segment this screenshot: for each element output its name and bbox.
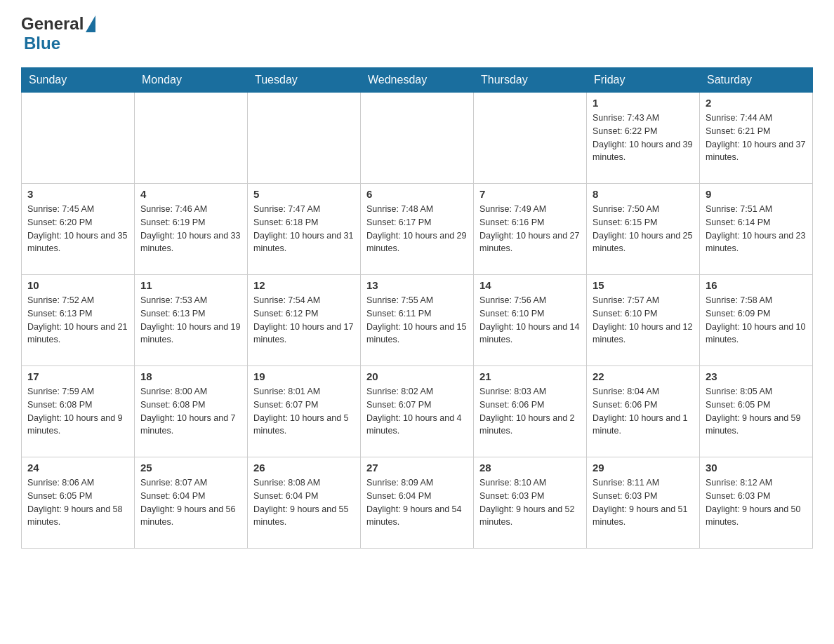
day-number: 3 [27, 188, 128, 200]
logo: General Blue [21, 14, 95, 53]
calendar-cell: 3Sunrise: 7:45 AMSunset: 6:20 PMDaylight… [22, 184, 135, 275]
header-monday: Monday [135, 68, 248, 93]
day-number: 7 [479, 188, 581, 200]
page-header: General Blue [21, 14, 813, 53]
calendar-cell: 27Sunrise: 8:09 AMSunset: 6:04 PMDayligh… [361, 457, 474, 549]
weekday-header-row: Sunday Monday Tuesday Wednesday Thursday… [22, 68, 813, 93]
calendar-cell [248, 93, 361, 184]
day-info: Sunrise: 7:45 AMSunset: 6:20 PMDaylight:… [27, 203, 128, 255]
header-sunday: Sunday [22, 68, 135, 93]
day-info: Sunrise: 7:48 AMSunset: 6:17 PMDaylight:… [366, 203, 468, 255]
calendar-cell: 20Sunrise: 8:02 AMSunset: 6:07 PMDayligh… [361, 366, 474, 457]
calendar-cell: 6Sunrise: 7:48 AMSunset: 6:17 PMDaylight… [361, 184, 474, 275]
calendar-cell: 8Sunrise: 7:50 AMSunset: 6:15 PMDaylight… [587, 184, 700, 275]
calendar-week-row: 17Sunrise: 7:59 AMSunset: 6:08 PMDayligh… [22, 366, 813, 457]
calendar-cell: 30Sunrise: 8:12 AMSunset: 6:03 PMDayligh… [700, 457, 813, 549]
day-number: 30 [706, 462, 807, 474]
day-info: Sunrise: 7:44 AMSunset: 6:21 PMDaylight:… [706, 112, 807, 164]
calendar-cell: 28Sunrise: 8:10 AMSunset: 6:03 PMDayligh… [474, 457, 587, 549]
day-info: Sunrise: 8:09 AMSunset: 6:04 PMDaylight:… [366, 476, 468, 529]
day-info: Sunrise: 7:59 AMSunset: 6:08 PMDaylight:… [27, 385, 128, 438]
calendar-cell: 10Sunrise: 7:52 AMSunset: 6:13 PMDayligh… [22, 275, 135, 366]
day-number: 9 [706, 188, 807, 200]
calendar-cell: 19Sunrise: 8:01 AMSunset: 6:07 PMDayligh… [248, 366, 361, 457]
day-number: 21 [479, 370, 581, 382]
day-number: 23 [706, 370, 807, 382]
header-wednesday: Wednesday [361, 68, 474, 93]
day-number: 15 [593, 279, 694, 291]
day-info: Sunrise: 7:54 AMSunset: 6:12 PMDaylight:… [253, 294, 355, 347]
day-info: Sunrise: 8:07 AMSunset: 6:04 PMDaylight:… [140, 476, 241, 529]
calendar-cell [474, 93, 587, 184]
day-info: Sunrise: 7:55 AMSunset: 6:11 PMDaylight:… [366, 294, 468, 347]
calendar-cell: 29Sunrise: 8:11 AMSunset: 6:03 PMDayligh… [587, 457, 700, 549]
calendar-week-row: 3Sunrise: 7:45 AMSunset: 6:20 PMDaylight… [22, 184, 813, 275]
day-info: Sunrise: 7:57 AMSunset: 6:10 PMDaylight:… [593, 294, 694, 347]
calendar-cell: 15Sunrise: 7:57 AMSunset: 6:10 PMDayligh… [587, 275, 700, 366]
day-info: Sunrise: 8:03 AMSunset: 6:06 PMDaylight:… [479, 385, 581, 438]
calendar-cell [135, 93, 248, 184]
calendar-cell: 7Sunrise: 7:49 AMSunset: 6:16 PMDaylight… [474, 184, 587, 275]
day-number: 24 [27, 462, 128, 474]
calendar-cell: 22Sunrise: 8:04 AMSunset: 6:06 PMDayligh… [587, 366, 700, 457]
day-info: Sunrise: 7:47 AMSunset: 6:18 PMDaylight:… [253, 203, 355, 255]
day-number: 26 [253, 462, 355, 474]
calendar-cell: 21Sunrise: 8:03 AMSunset: 6:06 PMDayligh… [474, 366, 587, 457]
calendar-cell: 25Sunrise: 8:07 AMSunset: 6:04 PMDayligh… [135, 457, 248, 549]
day-number: 16 [706, 279, 807, 291]
calendar-cell: 14Sunrise: 7:56 AMSunset: 6:10 PMDayligh… [474, 275, 587, 366]
calendar-cell: 4Sunrise: 7:46 AMSunset: 6:19 PMDaylight… [135, 184, 248, 275]
day-number: 5 [253, 188, 355, 200]
calendar-week-row: 24Sunrise: 8:06 AMSunset: 6:05 PMDayligh… [22, 457, 813, 549]
day-info: Sunrise: 8:01 AMSunset: 6:07 PMDaylight:… [253, 385, 355, 438]
day-info: Sunrise: 8:05 AMSunset: 6:05 PMDaylight:… [706, 385, 807, 438]
day-info: Sunrise: 7:58 AMSunset: 6:09 PMDaylight:… [706, 294, 807, 347]
day-info: Sunrise: 7:46 AMSunset: 6:19 PMDaylight:… [140, 203, 241, 255]
day-info: Sunrise: 8:02 AMSunset: 6:07 PMDaylight:… [366, 385, 468, 438]
day-number: 4 [140, 188, 241, 200]
calendar-cell: 23Sunrise: 8:05 AMSunset: 6:05 PMDayligh… [700, 366, 813, 457]
day-info: Sunrise: 7:52 AMSunset: 6:13 PMDaylight:… [27, 294, 128, 347]
header-tuesday: Tuesday [248, 68, 361, 93]
day-info: Sunrise: 7:56 AMSunset: 6:10 PMDaylight:… [479, 294, 581, 347]
calendar-cell: 1Sunrise: 7:43 AMSunset: 6:22 PMDaylight… [587, 93, 700, 184]
calendar-cell [361, 93, 474, 184]
day-info: Sunrise: 7:49 AMSunset: 6:16 PMDaylight:… [479, 203, 581, 255]
day-number: 22 [593, 370, 694, 382]
day-number: 6 [366, 188, 468, 200]
calendar-cell: 9Sunrise: 7:51 AMSunset: 6:14 PMDaylight… [700, 184, 813, 275]
calendar-week-row: 1Sunrise: 7:43 AMSunset: 6:22 PMDaylight… [22, 93, 813, 184]
day-number: 28 [479, 462, 581, 474]
day-number: 27 [366, 462, 468, 474]
day-number: 13 [366, 279, 468, 291]
day-info: Sunrise: 8:11 AMSunset: 6:03 PMDaylight:… [593, 476, 694, 529]
day-number: 18 [140, 370, 241, 382]
header-thursday: Thursday [474, 68, 587, 93]
day-number: 19 [253, 370, 355, 382]
logo-triangle-icon [86, 15, 95, 32]
calendar-cell: 17Sunrise: 7:59 AMSunset: 6:08 PMDayligh… [22, 366, 135, 457]
day-number: 25 [140, 462, 241, 474]
calendar-cell: 5Sunrise: 7:47 AMSunset: 6:18 PMDaylight… [248, 184, 361, 275]
day-info: Sunrise: 8:06 AMSunset: 6:05 PMDaylight:… [27, 476, 128, 529]
calendar-week-row: 10Sunrise: 7:52 AMSunset: 6:13 PMDayligh… [22, 275, 813, 366]
day-number: 2 [706, 97, 807, 109]
day-info: Sunrise: 8:00 AMSunset: 6:08 PMDaylight:… [140, 385, 241, 438]
calendar-cell: 13Sunrise: 7:55 AMSunset: 6:11 PMDayligh… [361, 275, 474, 366]
day-number: 10 [27, 279, 128, 291]
day-info: Sunrise: 8:10 AMSunset: 6:03 PMDaylight:… [479, 476, 581, 529]
day-info: Sunrise: 7:53 AMSunset: 6:13 PMDaylight:… [140, 294, 241, 347]
day-info: Sunrise: 8:12 AMSunset: 6:03 PMDaylight:… [706, 476, 807, 529]
logo-blue-text: Blue [24, 34, 60, 53]
day-number: 17 [27, 370, 128, 382]
day-number: 12 [253, 279, 355, 291]
day-number: 20 [366, 370, 468, 382]
calendar-cell [22, 93, 135, 184]
header-saturday: Saturday [700, 68, 813, 93]
day-number: 14 [479, 279, 581, 291]
calendar-cell: 18Sunrise: 8:00 AMSunset: 6:08 PMDayligh… [135, 366, 248, 457]
calendar-cell: 2Sunrise: 7:44 AMSunset: 6:21 PMDaylight… [700, 93, 813, 184]
day-number: 1 [593, 97, 694, 109]
calendar-cell: 24Sunrise: 8:06 AMSunset: 6:05 PMDayligh… [22, 457, 135, 549]
calendar-table: Sunday Monday Tuesday Wednesday Thursday… [21, 67, 813, 549]
